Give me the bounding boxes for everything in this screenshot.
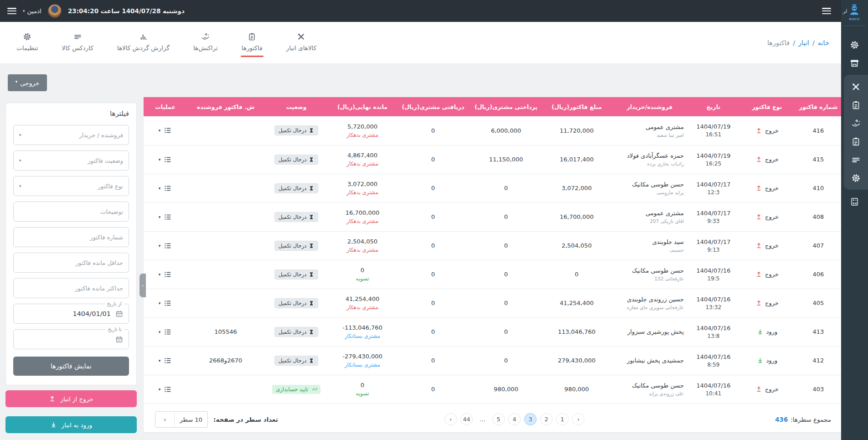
operations-cell[interactable]: ▾: [144, 317, 187, 346]
tab-تراکنش‌ها[interactable]: تراکنش‌ها: [192, 29, 219, 56]
page-button[interactable]: 44: [460, 413, 473, 425]
balance-note: مشتری بدهکار: [330, 160, 395, 167]
menu-hamburger-icon[interactable]: [7, 8, 16, 14]
date-from-field[interactable]: از تاریخ 1404/01/01: [13, 304, 129, 324]
date-to-field[interactable]: تا تاریخ: [13, 329, 129, 349]
filter-select[interactable]: وضعیت فاکتور▾: [13, 150, 129, 171]
operations-cell[interactable]: ▾: [144, 231, 187, 260]
upload-arrow-icon: [755, 271, 762, 278]
operations-cell[interactable]: ▾: [144, 174, 187, 202]
breadcrumb: خانه/انبار/فاکتورها: [767, 39, 841, 47]
chevron-down-icon: ▾: [19, 133, 21, 137]
row-actions-menu[interactable]: ▾: [145, 126, 185, 135]
operations-cell[interactable]: ▾: [144, 260, 187, 289]
avatar[interactable]: [48, 4, 62, 18]
chevron-down-icon: ▾: [159, 330, 161, 334]
page-button[interactable]: 2: [540, 413, 553, 425]
row-actions-menu[interactable]: ▾: [145, 270, 185, 279]
sidebar-icon-stack: [841, 33, 868, 213]
row-actions-menu[interactable]: ▾: [145, 357, 185, 365]
table-row[interactable]: 405خروج1404/07/1613:32حسین زروندی جلوبند…: [144, 289, 841, 317]
filter-input-field: [13, 202, 129, 222]
stock-enter-button[interactable]: ورود به انبار: [5, 416, 137, 433]
export-button[interactable]: خروجی ▾: [8, 74, 47, 91]
paid-cell: 980,000: [470, 375, 542, 404]
party-cell: پخش پورشیری سبزوار: [611, 317, 688, 346]
row-actions-menu[interactable]: ▾: [145, 155, 185, 164]
clipboard-icon[interactable]: [847, 96, 865, 114]
page-buttons: ‹44…54321›: [444, 406, 584, 432]
operations-cell[interactable]: ▾: [144, 346, 187, 375]
lines-icon[interactable]: [847, 150, 865, 169]
operations-cell[interactable]: ▾: [144, 289, 187, 317]
stock-exit-button[interactable]: خروج از انبار: [5, 390, 137, 407]
hand-coin-icon[interactable]: [847, 114, 865, 132]
operations-cell[interactable]: ▾: [144, 145, 187, 174]
row-actions-menu[interactable]: ▾: [145, 385, 185, 393]
sidebar-divider: [844, 26, 865, 26]
page-button[interactable]: 5: [492, 413, 505, 425]
invoice-number-cell: 415: [796, 145, 841, 174]
upload-arrow-icon: [755, 185, 762, 192]
row-actions-menu[interactable]: ▾: [145, 184, 185, 192]
gear-icon[interactable]: [847, 169, 865, 187]
breadcrumb-item[interactable]: خانه: [818, 39, 829, 47]
filter-input[interactable]: [19, 285, 123, 292]
amount-cell: 16,700,000: [542, 202, 611, 231]
invoice-type-cell: خروج: [739, 174, 796, 202]
row-actions-menu[interactable]: ▾: [145, 299, 185, 307]
table-row[interactable]: 413ورود1404/07/1613:8پخش پورشیری سبزوار1…: [144, 317, 841, 346]
page-button[interactable]: 3: [524, 413, 537, 425]
operations-cell[interactable]: ▾: [144, 116, 187, 145]
table-row[interactable]: 406خروج1404/07/1619:5حسن طوسی مکانیکعارف…: [144, 260, 841, 289]
tab-تنظیمات[interactable]: تنظیمات: [16, 29, 39, 56]
table-row[interactable]: 412ورود1404/07/168:59جمشیدی پخش نیشابور2…: [144, 346, 841, 375]
row-actions-menu[interactable]: ▾: [145, 213, 185, 221]
amount-cell: 2,504,050: [542, 231, 611, 260]
table-row[interactable]: 416خروج1404/07/1916:51مشتری عمومیامیر تی…: [144, 116, 841, 145]
balance-cell: -113,046,760مشتری بستانکار: [328, 317, 397, 346]
clipboard-icon[interactable]: [847, 132, 865, 150]
chevron-down-icon: ▾: [159, 186, 161, 191]
upload-arrow-icon: [755, 213, 762, 220]
chevron-down-icon[interactable]: ∨: [155, 412, 175, 427]
show-invoices-button[interactable]: نمایش فاکتورها: [13, 357, 129, 376]
filters-collapse-handle[interactable]: ‹: [140, 274, 146, 297]
tab-گزارش گردش کالاها[interactable]: گزارش گردش کالاها: [116, 29, 170, 56]
table-row[interactable]: 410خروج1404/07/1712:3حسن طوسی مکانیکپرای…: [144, 174, 841, 202]
tools-icon[interactable]: [847, 78, 865, 96]
table-row[interactable]: 408خروج1404/07/179:33مشتری عمومیاقای تار…: [144, 202, 841, 231]
tab-کالاهای انبار[interactable]: کالاهای انبار: [285, 29, 318, 56]
filter-select[interactable]: نوع فاکتور▾: [13, 176, 129, 196]
operations-cell[interactable]: ▾: [144, 202, 187, 231]
operations-cell[interactable]: ▾: [144, 375, 187, 404]
breadcrumb-item[interactable]: انبار: [798, 39, 809, 47]
storefront-icon[interactable]: [846, 54, 863, 72]
page-button[interactable]: 4: [508, 413, 521, 425]
right-hamburger-icon[interactable]: [822, 8, 831, 14]
filter-select[interactable]: فروشنده / خریدار▾: [13, 125, 129, 145]
rows-per-page-select[interactable]: ∨ 10 سطر: [155, 411, 208, 428]
admin-menu[interactable]: ادمین ▾: [23, 7, 41, 15]
table-row[interactable]: 407خروج1404/07/179:13سید جلوبندیحسینی2,5…: [144, 231, 841, 260]
table-row[interactable]: 415خروج1404/07/1916:25حمزه عسگرآبادی فول…: [144, 145, 841, 174]
calculator-icon[interactable]: [846, 192, 863, 211]
row-actions-menu[interactable]: ▾: [145, 242, 185, 250]
page-next-chevron[interactable]: ›: [572, 413, 584, 425]
tab-کاردکس کالا[interactable]: کاردکس کالا: [61, 29, 94, 56]
pagination-row: ∨ 10 سطر تعداد سطر در صفحه: ‹44…54321› م…: [144, 406, 841, 432]
party-cell: حسین زروندی جلوبندیعارفخانی سوپری جای مغ…: [611, 289, 688, 317]
tab-فاکتورها[interactable]: فاکتورها: [241, 29, 264, 56]
filter-input[interactable]: [19, 234, 123, 241]
filter-input[interactable]: [19, 208, 123, 215]
page-button[interactable]: 1: [556, 413, 568, 425]
filter-input[interactable]: [19, 259, 123, 266]
filter-input-field: [13, 253, 129, 273]
page-prev-chevron[interactable]: ‹: [444, 413, 457, 425]
paid-cell: 0: [470, 260, 542, 289]
row-actions-menu[interactable]: ▾: [145, 328, 185, 336]
nikco-logo[interactable]: NIKCO: [844, 4, 864, 21]
gear-icon[interactable]: [846, 36, 863, 54]
upload-arrow-icon: [755, 242, 762, 249]
table-row[interactable]: 403خروج1404/07/1610:41حسن طوسی مکانیکعلی…: [144, 375, 841, 404]
